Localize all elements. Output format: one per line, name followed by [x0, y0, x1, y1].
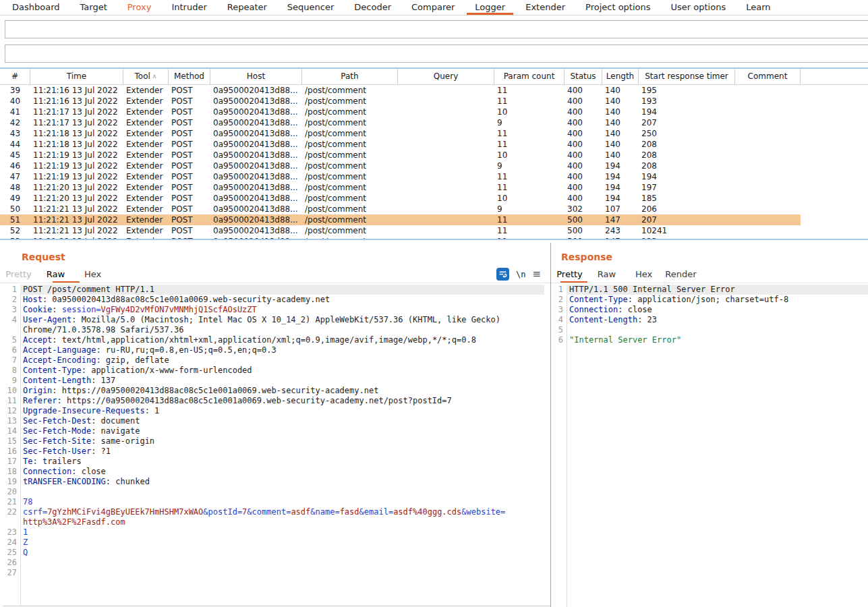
- request-tab-raw[interactable]: Raw: [37, 267, 74, 283]
- table-cell-host: 0a9500020413d88...: [210, 107, 302, 117]
- table-cell-timer: 185: [639, 193, 735, 204]
- table-row[interactable]: 4411:21:18 13 Jul 2022ExtenderPOST0a9500…: [0, 139, 868, 150]
- table-cell-param_count: 11: [494, 214, 565, 225]
- table-cell-time: 11:21:16 13 Jul 2022: [30, 96, 123, 107]
- column-header-#[interactable]: #: [0, 69, 30, 84]
- menu-item-sequencer[interactable]: Sequencer: [277, 0, 344, 15]
- table-cell-id: 53: [0, 236, 30, 239]
- table-cell-timer: 207: [639, 117, 735, 128]
- menu-item-repeater[interactable]: Repeater: [217, 0, 277, 15]
- table-cell-tool: Extender: [123, 128, 169, 139]
- menu-item-logger[interactable]: Logger: [465, 0, 515, 15]
- table-cell-path: /post/comment: [302, 182, 398, 193]
- request-editor[interactable]: 1POST /post/comment HTTP/1.12Host: 0a950…: [0, 285, 544, 606]
- table-cell-query: [398, 193, 494, 204]
- response-tab-render[interactable]: Render: [662, 267, 699, 283]
- request-tab-hex[interactable]: Hex: [74, 267, 111, 283]
- table-cell-param_count: 11: [494, 171, 565, 182]
- table-cell-host: 0a9500020413d88...: [210, 128, 302, 139]
- menu-item-project-options[interactable]: Project options: [575, 0, 661, 15]
- table-cell-filler: [801, 117, 868, 128]
- table-cell-tool: Extender: [123, 236, 169, 239]
- table-cell-length: 194: [602, 193, 639, 204]
- table-cell-status: 400: [565, 171, 602, 182]
- menu-item-proxy[interactable]: Proxy: [117, 0, 162, 15]
- line-number: 13: [0, 416, 20, 426]
- column-header-status[interactable]: Status: [565, 69, 602, 84]
- response-tab-hex[interactable]: Hex: [625, 267, 662, 283]
- table-row[interactable]: 5311:21:22 13 Jul 2022ExtenderPOST0a9500…: [0, 236, 868, 239]
- menu-item-decoder[interactable]: Decoder: [344, 0, 401, 15]
- response-tab-raw[interactable]: Raw: [588, 267, 625, 283]
- table-cell-filler: [801, 85, 868, 96]
- column-header-path[interactable]: Path: [302, 69, 398, 84]
- table-cell-host: 0a9500020413d88...: [210, 171, 302, 182]
- menu-icon[interactable]: ≡: [532, 268, 541, 281]
- table-cell-length: 140: [602, 96, 639, 107]
- table-cell-path: /post/comment: [302, 204, 398, 214]
- response-editor[interactable]: 1HTTP/1.1 500 Internal Server Error2Cont…: [551, 285, 868, 607]
- view-filter-bar[interactable]: View filter: Showing all items: [5, 45, 868, 63]
- menu-item-extender[interactable]: Extender: [515, 0, 575, 15]
- capture-filter-bar[interactable]: Capture filter: Logger memory limit set …: [5, 20, 868, 38]
- menu-item-comparer[interactable]: Comparer: [401, 0, 465, 15]
- column-header-host[interactable]: Host: [210, 69, 302, 84]
- table-cell-query: [398, 85, 494, 96]
- column-header-time[interactable]: Time: [30, 69, 123, 84]
- menu-item-learn[interactable]: Learn: [736, 0, 780, 15]
- column-header-start-response-timer[interactable]: Start response timer: [639, 69, 735, 84]
- column-header-method[interactable]: Method: [169, 69, 210, 84]
- editor-line-text: Connection: close: [567, 305, 868, 315]
- line-number: 2: [0, 295, 20, 305]
- table-row[interactable]: 4011:21:16 13 Jul 2022ExtenderPOST0a9500…: [0, 96, 868, 107]
- editor-line: 6"Internal Server Error": [551, 335, 868, 345]
- column-header-length[interactable]: Length: [602, 69, 639, 84]
- menu-item-intruder[interactable]: Intruder: [161, 0, 216, 15]
- table-cell-tool: Extender: [123, 107, 169, 117]
- editor-line-text: Accept: text/html,application/xhtml+xml,…: [20, 335, 544, 345]
- table-cell-length: 194: [602, 161, 639, 171]
- editor-line-text: Sec-Fetch-User: ?1: [20, 446, 544, 457]
- column-header-comment[interactable]: Comment: [735, 69, 801, 84]
- table-cell-timer: 194: [639, 171, 735, 182]
- editor-line: 10Origin: https://0a9500020413d88ac08c5c…: [0, 386, 544, 396]
- menu-item-dashboard[interactable]: Dashboard: [2, 0, 70, 15]
- line-number: 22: [0, 507, 20, 517]
- table-row[interactable]: 5011:21:21 13 Jul 2022ExtenderPOST0a9500…: [0, 204, 868, 214]
- column-header-filler[interactable]: [801, 69, 868, 84]
- newline-icon[interactable]: \n: [516, 270, 525, 279]
- menu-item-target[interactable]: Target: [70, 0, 117, 15]
- table-row[interactable]: 4911:21:20 13 Jul 2022ExtenderPOST0a9500…: [0, 193, 868, 204]
- table-row[interactable]: 4711:21:19 13 Jul 2022ExtenderPOST0a9500…: [0, 171, 868, 182]
- table-row[interactable]: 3911:21:16 13 Jul 2022ExtenderPOST0a9500…: [0, 85, 868, 96]
- table-cell-tool: Extender: [123, 171, 169, 182]
- response-tab-pretty[interactable]: Pretty: [551, 267, 588, 283]
- table-row[interactable]: 4311:21:18 13 Jul 2022ExtenderPOST0a9500…: [0, 128, 868, 139]
- menu-item-user-options[interactable]: User options: [661, 0, 736, 15]
- table-cell-time: 11:21:22 13 Jul 2022: [30, 236, 123, 239]
- request-tab-pretty[interactable]: Pretty: [0, 267, 37, 283]
- table-row[interactable]: 5211:21:21 13 Jul 2022ExtenderPOST0a9500…: [0, 225, 868, 236]
- table-row[interactable]: 4511:21:19 13 Jul 2022ExtenderPOST0a9500…: [0, 150, 868, 161]
- editor-line-text: Origin: https://0a9500020413d88ac08c5c1e…: [20, 386, 544, 396]
- table-row[interactable]: 4111:21:17 13 Jul 2022ExtenderPOST0a9500…: [0, 107, 868, 117]
- column-header-tool[interactable]: Tool∧: [123, 69, 169, 84]
- table-cell-status: 500: [565, 236, 602, 239]
- table-row[interactable]: 4611:21:19 13 Jul 2022ExtenderPOST0a9500…: [0, 161, 868, 171]
- table-cell-path: /post/comment: [302, 128, 398, 139]
- table-cell-comment: [735, 182, 801, 193]
- table-row[interactable]: 4211:21:17 13 Jul 2022ExtenderPOST0a9500…: [0, 117, 868, 128]
- table-cell-tool: Extender: [123, 204, 169, 214]
- word-wrap-icon[interactable]: [496, 268, 509, 281]
- column-header-query[interactable]: Query: [398, 69, 494, 84]
- table-row[interactable]: 4811:21:20 13 Jul 2022ExtenderPOST0a9500…: [0, 182, 868, 193]
- table-cell-query: [398, 225, 494, 236]
- table-cell-query: [398, 150, 494, 161]
- table-cell-path: /post/comment: [302, 85, 398, 96]
- table-cell-param_count: 11: [494, 96, 565, 107]
- logger-table[interactable]: #TimeTool∧MethodHostPathQueryParam count…: [0, 67, 868, 240]
- table-row[interactable]: 5111:21:21 13 Jul 2022ExtenderPOST0a9500…: [0, 214, 868, 225]
- column-header-param-count[interactable]: Param count: [494, 69, 565, 84]
- table-cell-length: 140: [602, 150, 639, 161]
- request-tabs: PrettyRawHex: [0, 267, 550, 283]
